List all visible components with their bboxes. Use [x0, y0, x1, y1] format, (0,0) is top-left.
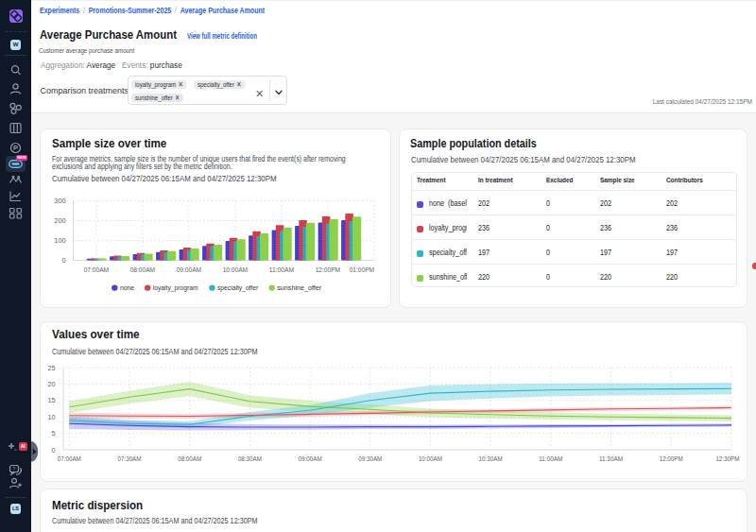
svg-text:10:30AM: 10:30AM — [479, 455, 503, 463]
svg-text:loyalty_program: loyalty_program — [153, 283, 198, 292]
svg-text:07:00AM: 07:00AM — [84, 266, 110, 274]
svg-text:15: 15 — [48, 396, 56, 404]
svg-text:07:30AM: 07:30AM — [118, 455, 142, 463]
svg-text:11:30AM: 11:30AM — [599, 455, 623, 463]
svg-text:0: 0 — [62, 256, 66, 265]
svg-text:09:30AM: 09:30AM — [358, 455, 382, 463]
svg-text:11:00AM: 11:00AM — [269, 266, 295, 274]
svg-text:12:00PM: 12:00PM — [316, 266, 341, 274]
svg-text:5: 5 — [52, 429, 56, 438]
svg-text:none: none — [120, 283, 135, 292]
svg-text:09:00AM: 09:00AM — [177, 266, 202, 274]
svg-text:12:30PM: 12:30PM — [715, 455, 739, 463]
svg-text:09:00AM: 09:00AM — [299, 455, 322, 463]
svg-text:10:00AM: 10:00AM — [223, 266, 249, 274]
svg-text:?: ? — [12, 466, 15, 472]
svg-text:300: 300 — [54, 197, 65, 205]
svg-text:07:00AM: 07:00AM — [58, 455, 81, 463]
svg-text:11:00AM: 11:00AM — [539, 455, 562, 463]
svg-text:0: 0 — [52, 446, 56, 455]
svg-text:10: 10 — [48, 413, 56, 421]
svg-text:20: 20 — [48, 380, 56, 388]
svg-text:sunshine_offer: sunshine_offer — [277, 283, 321, 292]
svg-text:08:30AM: 08:30AM — [238, 455, 262, 463]
svg-text:25: 25 — [48, 364, 56, 372]
svg-text:08:00AM: 08:00AM — [130, 266, 156, 274]
svg-text:10:00AM: 10:00AM — [419, 455, 442, 463]
svg-text:08:00AM: 08:00AM — [178, 455, 201, 463]
svg-text:specialty_offer: specialty_offer — [217, 283, 258, 292]
svg-text:12:00PM: 12:00PM — [660, 455, 683, 463]
svg-text:01:00PM: 01:00PM — [350, 266, 375, 274]
svg-text:100: 100 — [54, 236, 65, 245]
svg-text:200: 200 — [54, 216, 65, 225]
